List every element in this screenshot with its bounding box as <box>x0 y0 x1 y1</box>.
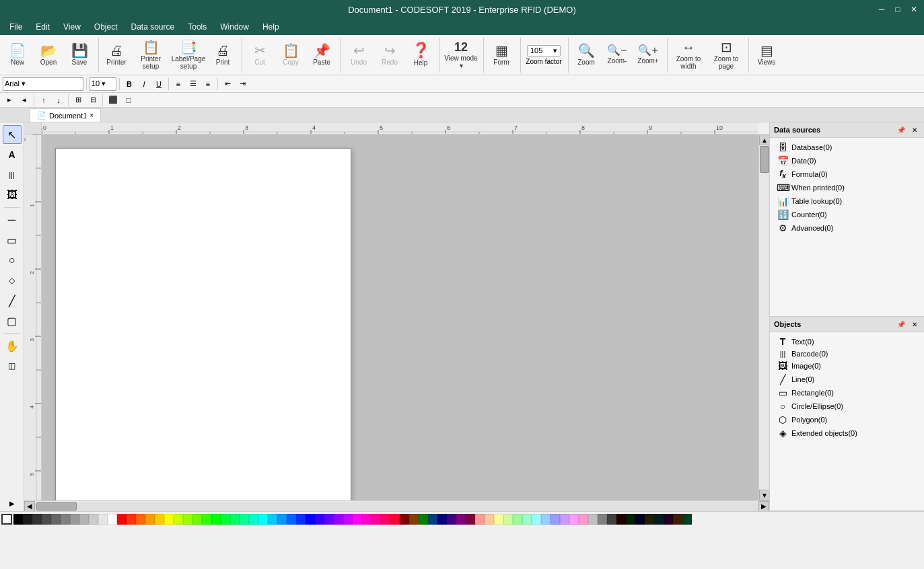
object-extended[interactable]: ◈ Extended objects(0) <box>774 426 920 440</box>
color-swatch[interactable] <box>607 514 616 525</box>
zoomwidth-button[interactable]: ↔ Zoom to width <box>670 38 707 72</box>
scroll-down-button[interactable]: ▼ <box>759 490 769 500</box>
print-button[interactable]: 🖨 Print <box>208 38 238 72</box>
color-swatch[interactable] <box>390 514 400 525</box>
tb3-btn8[interactable]: □ <box>122 93 135 107</box>
color-swatch[interactable] <box>287 514 296 525</box>
tb3-btn1[interactable]: ▸ <box>3 93 16 107</box>
color-swatch[interactable] <box>240 514 249 525</box>
color-transparent[interactable] <box>1 514 12 525</box>
text-tool[interactable]: A <box>3 145 22 164</box>
circle-tool[interactable]: ○ <box>3 251 22 270</box>
font-family-select[interactable]: Arial ▾ <box>3 77 83 91</box>
menu-view[interactable]: View <box>57 21 87 33</box>
datasource-advanced[interactable]: ⚙ Advanced(0) <box>774 221 920 235</box>
datasources-close-button[interactable]: ✕ <box>909 124 920 135</box>
color-swatch[interactable] <box>381 514 390 525</box>
rect-tool[interactable]: ▭ <box>3 231 22 250</box>
printersetup-button[interactable]: 📋 Printer setup <box>133 38 169 72</box>
datasource-whenprinted[interactable]: ⌨ When printed(0) <box>774 181 920 194</box>
image-tool[interactable]: 🖼 <box>3 186 22 204</box>
printer-button[interactable]: 🖨 Printer <box>102 38 131 72</box>
color-swatch[interactable] <box>70 514 79 525</box>
color-swatch[interactable] <box>315 514 324 525</box>
scroll-right-button[interactable]: ▶ <box>758 501 769 512</box>
menu-datasource[interactable]: Data source <box>125 21 182 33</box>
color-swatch[interactable] <box>230 514 240 525</box>
indent-more-button[interactable]: ⇥ <box>236 77 249 91</box>
color-swatch[interactable] <box>485 514 494 525</box>
close-button[interactable]: ✕ <box>907 3 921 16</box>
color-swatch[interactable] <box>61 514 70 525</box>
tb3-btn2[interactable]: ◂ <box>17 93 31 107</box>
save-button[interactable]: 💾 Save <box>65 38 94 72</box>
rfid-tool[interactable]: ◫ <box>3 356 22 375</box>
form-button[interactable]: ▦ Form <box>487 38 516 72</box>
color-swatch[interactable] <box>296 514 306 525</box>
color-swatch[interactable] <box>108 514 117 525</box>
datasource-formula[interactable]: fx Formula(0) <box>774 167 920 181</box>
menu-object[interactable]: Object <box>87 21 125 33</box>
help-button[interactable]: ❓ Help <box>406 38 435 72</box>
color-swatch[interactable] <box>145 514 155 525</box>
color-swatch[interactable] <box>466 514 475 525</box>
color-swatch[interactable] <box>155 514 164 525</box>
color-swatch[interactable] <box>626 514 635 525</box>
object-text[interactable]: T Text(0) <box>774 335 920 348</box>
color-swatch[interactable] <box>192 514 202 525</box>
color-swatch[interactable] <box>673 514 682 525</box>
menu-tools[interactable]: Tools <box>181 21 213 33</box>
color-swatch[interactable] <box>579 514 588 525</box>
diamond-tool[interactable]: ◇ <box>3 271 22 290</box>
align-left-button[interactable]: ≡ <box>172 77 185 91</box>
color-swatch[interactable] <box>532 514 541 525</box>
color-swatch[interactable] <box>79 514 89 525</box>
align-right-button[interactable]: ≡ <box>201 77 215 91</box>
color-swatch[interactable] <box>211 514 221 525</box>
color-swatch[interactable] <box>353 514 362 525</box>
color-swatch[interactable] <box>258 514 268 525</box>
font-size-select[interactable]: 10 ▾ <box>90 77 116 91</box>
cut-button[interactable]: ✂ Cut <box>245 38 275 72</box>
menu-help[interactable]: Help <box>256 21 286 33</box>
color-swatch[interactable] <box>654 514 664 525</box>
color-swatch[interactable] <box>541 514 550 525</box>
labelsetup-button[interactable]: 📑 Label/Page setup <box>170 38 207 72</box>
datasource-date[interactable]: 📅 Date(0) <box>774 154 920 167</box>
color-swatch[interactable] <box>437 514 447 525</box>
color-swatch[interactable] <box>371 514 381 525</box>
scroll-thumb-v[interactable] <box>760 146 769 173</box>
views-button[interactable]: ▤ Views <box>752 38 781 72</box>
object-barcode[interactable]: ||| Barcode(0) <box>774 348 920 359</box>
object-rectangle[interactable]: ▭ Rectangle(0) <box>774 386 920 400</box>
color-swatch[interactable] <box>183 514 192 525</box>
label-canvas-area[interactable] <box>42 135 758 500</box>
color-swatch[interactable] <box>522 514 532 525</box>
color-swatch[interactable] <box>127 514 136 525</box>
tb3-btn4[interactable]: ↓ <box>52 93 65 107</box>
tab-close-button[interactable]: × <box>90 112 94 119</box>
color-swatch[interactable] <box>98 514 108 525</box>
tb3-btn5[interactable]: ⊞ <box>71 93 85 107</box>
tb3-btn7[interactable]: ⬛ <box>106 93 120 107</box>
datasources-pin-button[interactable]: 📌 <box>896 124 907 135</box>
color-swatch[interactable] <box>136 514 145 525</box>
color-swatch[interactable] <box>32 514 42 525</box>
color-swatch[interactable] <box>494 514 503 525</box>
tb3-btn6[interactable]: ⊟ <box>86 93 100 107</box>
color-swatch[interactable] <box>89 514 98 525</box>
objects-close-button[interactable]: ✕ <box>909 319 920 330</box>
color-swatch[interactable] <box>362 514 371 525</box>
color-swatch[interactable] <box>324 514 334 525</box>
color-swatch[interactable] <box>588 514 598 525</box>
color-swatch[interactable] <box>419 514 428 525</box>
viewmode-button[interactable]: 12 View mode ▾ <box>443 38 479 72</box>
italic-button[interactable]: I <box>137 77 151 91</box>
color-swatch[interactable] <box>560 514 569 525</box>
zoomin-button[interactable]: 🔍+ Zoom+ <box>633 38 663 72</box>
color-swatch[interactable] <box>598 514 607 525</box>
align-center-button[interactable]: ☰ <box>186 77 200 91</box>
scroll-track-v[interactable] <box>759 145 769 490</box>
color-swatch[interactable] <box>268 514 277 525</box>
scroll-up-button[interactable]: ▲ <box>759 135 769 145</box>
